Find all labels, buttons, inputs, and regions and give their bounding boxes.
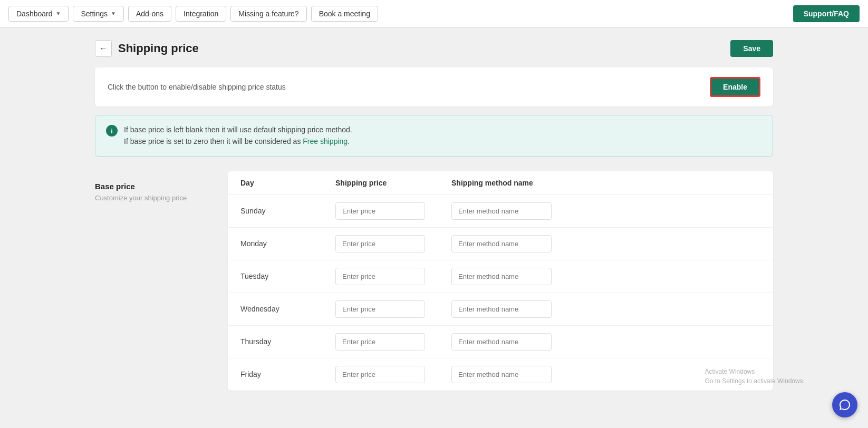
day-label-1: Monday	[240, 239, 335, 248]
base-price-label: Base price Customize your shipping price	[95, 171, 211, 202]
enable-card-text: Click the button to enable/disable shipp…	[108, 83, 286, 91]
page-header: ← Shipping price Save	[95, 40, 773, 57]
missing-feature-label: Missing a feature?	[238, 9, 298, 18]
settings-label: Settings	[81, 9, 108, 18]
col-price-header: Shipping price	[335, 179, 451, 187]
info-card: i If base price is left blank then it wi…	[95, 115, 773, 157]
price-input-monday[interactable]	[335, 235, 425, 252]
settings-btn[interactable]: Settings ▼	[73, 6, 124, 22]
enable-card: Click the button to enable/disable shipp…	[95, 67, 773, 106]
info-line-1: If base price is left blank then it will…	[124, 124, 352, 135]
dashboard-label: Dashboard	[16, 9, 53, 18]
top-nav: Dashboard ▼ Settings ▼ Add-ons Integrati…	[0, 0, 868, 27]
book-meeting-label: Book a meeting	[319, 9, 370, 18]
addons-btn[interactable]: Add-ons	[128, 6, 171, 22]
day-label-4: Thursday	[240, 337, 335, 346]
integration-btn[interactable]: Integration	[176, 6, 226, 22]
day-label-2: Tuesday	[240, 272, 335, 280]
table-row: Friday	[228, 358, 773, 391]
chat-icon	[838, 398, 851, 411]
chat-button[interactable]	[832, 392, 857, 417]
support-faq-btn[interactable]: Support/FAQ	[793, 5, 860, 22]
addons-label: Add-ons	[136, 9, 163, 18]
main-content: ← Shipping price Save Click the button t…	[0, 27, 868, 428]
price-input-sunday[interactable]	[335, 202, 425, 220]
col-method-header: Shipping method name	[451, 179, 760, 187]
method-input-monday[interactable]	[451, 235, 552, 252]
method-input-friday[interactable]	[451, 366, 552, 383]
table-row: Thursday	[228, 326, 773, 358]
integration-label: Integration	[184, 9, 218, 18]
page-header-left: ← Shipping price	[95, 40, 199, 57]
save-button[interactable]: Save	[730, 40, 773, 57]
day-label-3: Wednesday	[240, 305, 335, 313]
method-input-tuesday[interactable]	[451, 268, 552, 285]
base-price-heading: Base price	[95, 182, 211, 191]
method-input-wednesday[interactable]	[451, 300, 552, 318]
price-input-wednesday[interactable]	[335, 300, 425, 318]
day-label-0: Sunday	[240, 207, 335, 215]
settings-arrow-icon: ▼	[111, 11, 116, 16]
table-row: Wednesday	[228, 293, 773, 326]
method-input-thursday[interactable]	[451, 333, 552, 351]
base-price-subtext: Customize your shipping price	[95, 194, 211, 202]
price-input-thursday[interactable]	[335, 333, 425, 351]
page-title: Shipping price	[118, 42, 199, 55]
info-text: If base price is left blank then it will…	[124, 124, 352, 148]
missing-feature-btn[interactable]: Missing a feature?	[230, 6, 306, 22]
table-header: Day Shipping price Shipping method name	[228, 171, 773, 195]
dashboard-arrow-icon: ▼	[56, 11, 61, 16]
price-input-friday[interactable]	[335, 366, 425, 383]
method-input-sunday[interactable]	[451, 202, 552, 220]
pricing-section: Base price Customize your shipping price…	[95, 171, 773, 391]
price-input-tuesday[interactable]	[335, 268, 425, 285]
day-label-5: Friday	[240, 370, 335, 378]
back-arrow-icon: ←	[99, 44, 108, 53]
col-day-header: Day	[240, 179, 335, 187]
table-rows: Sunday Monday Tuesday Wednesday Thursday…	[228, 195, 773, 391]
book-meeting-btn[interactable]: Book a meeting	[311, 6, 378, 22]
back-button[interactable]: ←	[95, 40, 112, 57]
table-row: Tuesday	[228, 260, 773, 293]
info-line-2: If base price is set to zero then it wil…	[124, 135, 352, 147]
dashboard-btn[interactable]: Dashboard ▼	[8, 6, 69, 22]
enable-button[interactable]: Enable	[710, 77, 760, 97]
shipping-table: Day Shipping price Shipping method name …	[228, 171, 773, 391]
table-row: Sunday	[228, 195, 773, 228]
info-icon: i	[106, 125, 118, 137]
support-faq-label: Support/FAQ	[804, 9, 849, 18]
table-row: Monday	[228, 228, 773, 260]
